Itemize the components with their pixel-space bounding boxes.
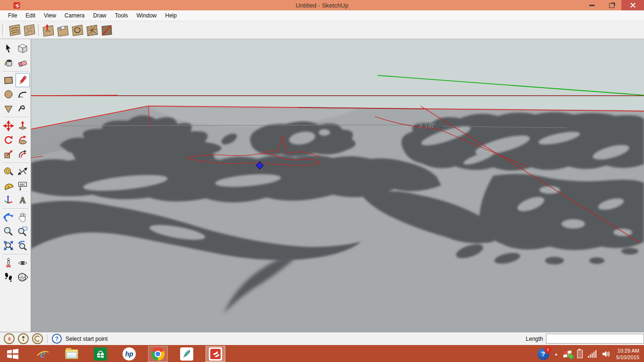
text-icon: ABC [17,180,28,191]
taskbar-clock[interactable]: 10:29 AM 5/10/2015 [616,347,639,361]
zoom-previous-tool[interactable] [16,239,30,253]
geolocation-status-icon[interactable] [4,333,15,344]
three-d-text-icon: A [17,194,28,206]
svg-text:e: e [40,347,46,361]
freehand-tool[interactable] [16,101,30,115]
windows-store-button[interactable] [91,346,110,362]
help-icon[interactable]: ? [52,334,62,344]
protractor-icon [3,180,14,191]
from-contours-button[interactable] [7,23,22,37]
restore-icon [609,3,614,8]
restore-button[interactable] [602,0,621,10]
show-hidden-icons-chevron[interactable]: ▲ [554,352,558,356]
three-d-text-tool[interactable]: A [16,193,30,207]
look-around-eye-icon [17,257,28,269]
tape-measure-tool[interactable] [1,165,16,179]
modeling-viewport[interactable]: 3 1/8" [31,39,644,332]
drape-button[interactable] [70,23,84,37]
section-plane-tool[interactable]: C R-5 [16,270,30,284]
circle-tool[interactable] [1,87,16,101]
menu-tools[interactable]: Tools [111,11,132,20]
scale-tool[interactable] [1,147,16,161]
scale-icon [3,148,14,160]
toolbar-grip[interactable] [2,25,5,36]
push-pull-tool[interactable] [16,119,30,133]
axes-tool[interactable] [1,193,16,207]
action-center-icon[interactable]: ✓ [563,350,572,358]
measurement-input[interactable] [546,334,644,344]
menu-file[interactable]: File [4,11,21,20]
protractor-tool[interactable] [1,179,16,193]
zoom-previous-icon [17,240,28,251]
make-component-tool[interactable] [16,41,30,56]
line-tool[interactable] [16,73,30,87]
feather-icon [180,347,193,361]
volume-icon[interactable] [602,350,611,358]
hp-support-assistant-icon[interactable]: ? ! [537,348,549,360]
circle-icon [3,89,14,100]
windows-store-icon [94,347,107,361]
menu-draw[interactable]: Draw [89,11,111,20]
component-cube-icon [17,43,28,54]
flip-edge-icon [100,24,113,37]
follow-me-icon [17,134,28,146]
paint-bucket-tool[interactable] [1,56,16,70]
zoom-window-tool[interactable] [16,224,30,239]
menu-edit[interactable]: Edit [21,11,40,20]
title-bar[interactable]: Untitled - SketchUp [0,0,644,10]
hp-button[interactable]: hp [119,346,139,362]
move-tool[interactable] [1,119,16,133]
from-contours-icon [8,24,21,37]
menu-view[interactable]: View [40,11,60,20]
select-tool[interactable] [1,41,16,56]
network-signal-icon[interactable] [588,350,597,358]
menu-camera[interactable]: Camera [60,11,89,20]
file-explorer-icon [65,349,78,359]
battery-icon[interactable] [577,350,583,358]
polygon-tool[interactable] [1,101,16,115]
move-icon [3,120,14,132]
pan-tool[interactable] [16,210,30,224]
dimension-tool[interactable] [16,165,30,179]
windows-logo-icon [6,347,20,361]
polygon-icon [3,103,14,114]
stamp-button[interactable] [55,23,70,37]
look-around-tool[interactable] [16,256,30,270]
menu-help[interactable]: Help [161,11,181,20]
claim-status-icon[interactable] [32,333,43,344]
zoom-extents-tool[interactable] [1,239,16,253]
style-builder-button[interactable] [177,346,197,362]
arc-tool[interactable] [16,87,30,101]
add-detail-button[interactable] [84,23,99,37]
sketchup-window: Untitled - SketchUp File Edit View Camer… [0,0,644,345]
offset-tool[interactable] [16,147,30,161]
tape-measure-icon [3,166,14,177]
eraser-tool[interactable] [16,56,30,70]
text-tool[interactable]: ABC [16,179,30,193]
credits-status-icon[interactable] [18,333,29,344]
start-button[interactable] [3,346,23,362]
minimize-button[interactable] [582,0,602,10]
smoove-button[interactable] [41,23,55,37]
zoom-tool[interactable] [1,224,16,239]
rectangle-tool[interactable] [1,73,16,87]
arc-icon [17,89,28,100]
orbit-tool[interactable] [1,210,16,224]
file-explorer-button[interactable] [62,346,82,362]
follow-me-tool[interactable] [16,133,30,147]
rotate-tool[interactable] [1,133,16,147]
eraser-icon [17,57,28,68]
internet-explorer-button[interactable]: e [33,346,53,362]
menu-window[interactable]: Window [132,11,161,20]
dimension-icon [17,166,28,177]
position-camera-tool[interactable] [1,256,16,270]
chrome-button[interactable] [148,346,168,362]
close-button[interactable] [621,0,644,10]
sketchup-taskbar-button[interactable] [206,346,225,362]
flip-edge-button[interactable] [99,23,114,37]
axes-icon [3,194,14,206]
from-scratch-button[interactable] [22,23,36,37]
walk-tool[interactable] [1,270,16,284]
pencil-icon [17,74,28,86]
alert-badge: ! [545,346,552,354]
